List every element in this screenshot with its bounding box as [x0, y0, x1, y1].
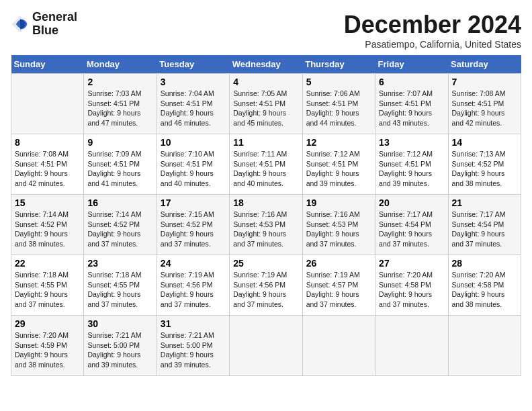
table-row: 9Sunrise: 7:09 AMSunset: 4:51 PMDaylight…: [84, 134, 157, 195]
calendar-week-3: 15Sunrise: 7:14 AMSunset: 4:52 PMDayligh…: [11, 195, 521, 255]
day-info: Sunrise: 7:08 AMSunset: 4:51 PMDaylight:…: [15, 150, 69, 187]
day-info: Sunrise: 7:14 AMSunset: 4:52 PMDaylight:…: [87, 210, 141, 248]
day-info: Sunrise: 7:20 AMSunset: 4:59 PMDaylight:…: [15, 331, 69, 369]
table-row: 25Sunrise: 7:19 AMSunset: 4:56 PMDayligh…: [230, 255, 302, 316]
day-info: Sunrise: 7:17 AMSunset: 4:54 PMDaylight:…: [452, 210, 506, 248]
day-number: 16: [87, 197, 152, 208]
table-row: 22Sunrise: 7:18 AMSunset: 4:55 PMDayligh…: [11, 255, 84, 316]
table-row: 23Sunrise: 7:18 AMSunset: 4:55 PMDayligh…: [84, 255, 157, 316]
table-row: 20Sunrise: 7:17 AMSunset: 4:54 PMDayligh…: [375, 195, 448, 255]
day-info: Sunrise: 7:20 AMSunset: 4:58 PMDaylight:…: [452, 271, 506, 308]
table-row: 26Sunrise: 7:19 AMSunset: 4:57 PMDayligh…: [302, 255, 375, 316]
day-number: 9: [87, 137, 152, 148]
day-number: 18: [233, 197, 298, 208]
table-row: 2Sunrise: 7:03 AMSunset: 4:51 PMDaylight…: [84, 74, 157, 134]
table-row: 30Sunrise: 7:21 AMSunset: 5:00 PMDayligh…: [84, 316, 157, 376]
table-row: 29Sunrise: 7:20 AMSunset: 4:59 PMDayligh…: [11, 316, 84, 376]
day-info: Sunrise: 7:03 AMSunset: 4:51 PMDaylight:…: [87, 89, 141, 127]
col-monday: Monday: [84, 55, 157, 74]
table-row: 12Sunrise: 7:12 AMSunset: 4:51 PMDayligh…: [302, 134, 375, 195]
day-info: Sunrise: 7:10 AMSunset: 4:51 PMDaylight:…: [161, 150, 214, 187]
header-row: Sunday Monday Tuesday Wednesday Thursday…: [11, 55, 521, 74]
calendar-week-2: 8Sunrise: 7:08 AMSunset: 4:51 PMDaylight…: [11, 134, 521, 195]
day-number: 2: [87, 77, 152, 87]
day-info: Sunrise: 7:20 AMSunset: 4:58 PMDaylight:…: [379, 271, 433, 308]
day-number: 14: [452, 137, 517, 148]
calendar-week-4: 22Sunrise: 7:18 AMSunset: 4:55 PMDayligh…: [11, 255, 521, 316]
day-info: Sunrise: 7:07 AMSunset: 4:51 PMDaylight:…: [379, 89, 433, 127]
day-info: Sunrise: 7:21 AMSunset: 5:00 PMDaylight:…: [87, 331, 141, 369]
day-number: 7: [452, 77, 517, 87]
day-number: 8: [15, 137, 80, 148]
day-info: Sunrise: 7:16 AMSunset: 4:53 PMDaylight:…: [233, 210, 287, 248]
table-row: 7Sunrise: 7:08 AMSunset: 4:51 PMDaylight…: [448, 74, 521, 134]
table-row: 28Sunrise: 7:20 AMSunset: 4:58 PMDayligh…: [448, 255, 521, 316]
day-number: 12: [306, 137, 371, 148]
calendar-title: December 2024: [344, 11, 521, 39]
day-number: 28: [452, 258, 517, 269]
table-row: 6Sunrise: 7:07 AMSunset: 4:51 PMDaylight…: [375, 74, 448, 134]
table-row: 27Sunrise: 7:20 AMSunset: 4:58 PMDayligh…: [375, 255, 448, 316]
day-info: Sunrise: 7:09 AMSunset: 4:51 PMDaylight:…: [87, 150, 141, 187]
day-number: 17: [161, 197, 226, 208]
table-row: 5Sunrise: 7:06 AMSunset: 4:51 PMDaylight…: [302, 74, 375, 134]
day-number: 6: [379, 77, 444, 87]
day-number: 26: [306, 258, 371, 269]
table-row: [302, 316, 375, 376]
table-row: 15Sunrise: 7:14 AMSunset: 4:52 PMDayligh…: [11, 195, 84, 255]
table-row: 18Sunrise: 7:16 AMSunset: 4:53 PMDayligh…: [230, 195, 302, 255]
day-number: 31: [161, 318, 226, 329]
col-sunday: Sunday: [11, 55, 84, 74]
table-row: 17Sunrise: 7:15 AMSunset: 4:52 PMDayligh…: [157, 195, 229, 255]
day-info: Sunrise: 7:19 AMSunset: 4:57 PMDaylight:…: [306, 271, 360, 308]
day-info: Sunrise: 7:18 AMSunset: 4:55 PMDaylight:…: [15, 271, 69, 308]
logo: General Blue: [11, 11, 77, 38]
day-info: Sunrise: 7:12 AMSunset: 4:51 PMDaylight:…: [306, 150, 360, 187]
day-number: 24: [161, 258, 226, 269]
col-saturday: Saturday: [448, 55, 521, 74]
day-info: Sunrise: 7:19 AMSunset: 4:56 PMDaylight:…: [161, 271, 214, 308]
day-number: 4: [233, 77, 298, 87]
day-number: 25: [233, 258, 298, 269]
day-info: Sunrise: 7:13 AMSunset: 4:52 PMDaylight:…: [452, 150, 506, 187]
day-info: Sunrise: 7:14 AMSunset: 4:52 PMDaylight:…: [15, 210, 69, 248]
calendar-week-5: 29Sunrise: 7:20 AMSunset: 4:59 PMDayligh…: [11, 316, 521, 376]
header: General Blue December 2024 Pasatiempo, C…: [11, 11, 521, 50]
day-info: Sunrise: 7:08 AMSunset: 4:51 PMDaylight:…: [452, 89, 506, 127]
table-row: 3Sunrise: 7:04 AMSunset: 4:51 PMDaylight…: [157, 74, 229, 134]
day-info: Sunrise: 7:12 AMSunset: 4:51 PMDaylight:…: [379, 150, 433, 187]
table-row: 11Sunrise: 7:11 AMSunset: 4:51 PMDayligh…: [230, 134, 302, 195]
day-number: 3: [161, 77, 226, 87]
day-info: Sunrise: 7:06 AMSunset: 4:51 PMDaylight:…: [306, 89, 360, 127]
day-info: Sunrise: 7:17 AMSunset: 4:54 PMDaylight:…: [379, 210, 433, 248]
table-row: 24Sunrise: 7:19 AMSunset: 4:56 PMDayligh…: [157, 255, 229, 316]
calendar-table: Sunday Monday Tuesday Wednesday Thursday…: [11, 55, 521, 376]
day-info: Sunrise: 7:11 AMSunset: 4:51 PMDaylight:…: [233, 150, 287, 187]
logo-text: General Blue: [32, 11, 77, 38]
day-number: 29: [15, 318, 80, 329]
day-number: 5: [306, 77, 371, 87]
day-info: Sunrise: 7:18 AMSunset: 4:55 PMDaylight:…: [87, 271, 141, 308]
day-number: 20: [379, 197, 444, 208]
calendar-subtitle: Pasatiempo, California, United States: [344, 39, 521, 50]
day-number: 15: [15, 197, 80, 208]
logo-icon: [11, 15, 30, 34]
calendar-week-1: 2Sunrise: 7:03 AMSunset: 4:51 PMDaylight…: [11, 74, 521, 134]
day-number: 19: [306, 197, 371, 208]
col-friday: Friday: [375, 55, 448, 74]
day-number: 13: [379, 137, 444, 148]
day-info: Sunrise: 7:05 AMSunset: 4:51 PMDaylight:…: [233, 89, 287, 127]
day-info: Sunrise: 7:19 AMSunset: 4:56 PMDaylight:…: [233, 271, 287, 308]
table-row: 21Sunrise: 7:17 AMSunset: 4:54 PMDayligh…: [448, 195, 521, 255]
day-info: Sunrise: 7:04 AMSunset: 4:51 PMDaylight:…: [161, 89, 214, 127]
table-row: 31Sunrise: 7:21 AMSunset: 5:00 PMDayligh…: [157, 316, 229, 376]
day-info: Sunrise: 7:15 AMSunset: 4:52 PMDaylight:…: [161, 210, 214, 248]
day-number: 21: [452, 197, 517, 208]
table-row: 10Sunrise: 7:10 AMSunset: 4:51 PMDayligh…: [157, 134, 229, 195]
day-number: 10: [161, 137, 226, 148]
col-thursday: Thursday: [302, 55, 375, 74]
table-row: 16Sunrise: 7:14 AMSunset: 4:52 PMDayligh…: [84, 195, 157, 255]
table-row: 14Sunrise: 7:13 AMSunset: 4:52 PMDayligh…: [448, 134, 521, 195]
table-row: [11, 74, 84, 134]
day-number: 30: [87, 318, 152, 329]
